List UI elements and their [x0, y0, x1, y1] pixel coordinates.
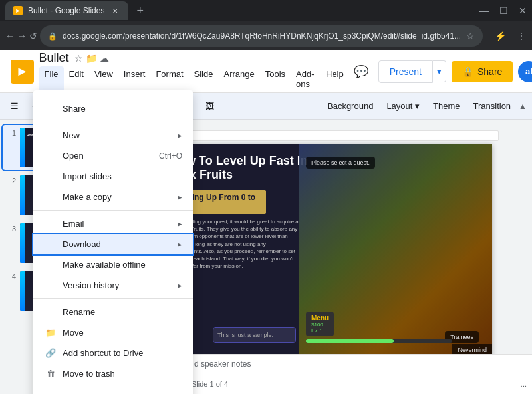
download-arrow: ▸	[178, 239, 182, 249]
forward-button[interactable]: →	[17, 27, 27, 45]
menu-new[interactable]: New ▸	[33, 125, 193, 146]
window-controls: — ☐ ✕	[479, 5, 527, 16]
menu-import[interactable]: Import slides	[33, 166, 193, 187]
menu-email[interactable]: Email ▸	[33, 213, 193, 234]
menu-copy[interactable]: Make a copy ▸	[33, 187, 193, 207]
address-actions: ⚡ ⋮ al	[491, 27, 532, 45]
bottom-status-bar: Slide 1 of 4 ...	[186, 373, 532, 394]
cloud-icon[interactable]: ☁	[100, 53, 109, 64]
menu-history[interactable]: Version history ▸	[33, 275, 193, 296]
menu-offline[interactable]: Make available offline	[33, 254, 193, 275]
slide-num-4: 4	[5, 272, 16, 280]
tab-close-button[interactable]: ✕	[110, 5, 120, 16]
title-bar: ► Bullet - Google Slides ✕ + — ☐ ✕	[0, 0, 532, 21]
open-shortcut: Ctrl+O	[159, 151, 182, 161]
settings-icon[interactable]: ⋮	[512, 27, 531, 45]
new-tab-button[interactable]: +	[136, 4, 144, 18]
progress-bar	[306, 339, 394, 343]
lock-share-icon: 🔒	[462, 66, 473, 77]
slide-num-1: 1	[5, 129, 16, 137]
slide-image: Trainees Nevermind Please select a quest…	[299, 144, 492, 356]
menu-insert[interactable]: Insert	[118, 66, 151, 92]
extensions-icon[interactable]: ⚡	[491, 27, 509, 45]
shortcut-label: Add shortcut to Drive	[63, 348, 182, 358]
browser-tab[interactable]: ► Bullet - Google Slides ✕	[5, 1, 128, 20]
url-text: docs.google.com/presentation/d/1fW6QcZau…	[63, 31, 461, 41]
progress-bar-bg	[306, 339, 452, 343]
layout-button[interactable]: Layout ▾	[381, 97, 425, 116]
new-label: New	[63, 130, 172, 140]
copy-arrow: ▸	[178, 192, 182, 202]
comments-button[interactable]: 💬	[349, 60, 373, 84]
toolbar-image[interactable]: 🖼	[200, 97, 219, 116]
menu-section-publish: Publish to the web	[33, 387, 193, 394]
menu-shortcut[interactable]: 🔗 Add shortcut to Drive	[33, 343, 193, 363]
move-icon: 📁	[44, 328, 57, 338]
maximize-icon[interactable]: ☐	[499, 5, 508, 16]
menu-publish[interactable]: Publish to the web	[33, 390, 193, 394]
present-dropdown[interactable]: ▾	[433, 60, 446, 82]
user-avatar[interactable]: al	[518, 61, 532, 82]
offline-label: Make available offline	[63, 260, 182, 270]
trash-icon: 🗑	[44, 369, 57, 379]
minimize-icon[interactable]: —	[479, 5, 489, 16]
menu-addons[interactable]: Add-ons	[291, 66, 321, 92]
menu-download[interactable]: Download ▸	[33, 234, 193, 254]
folder-icon[interactable]: 📁	[86, 53, 97, 64]
email-label: Email	[63, 219, 172, 229]
notes-bar[interactable]: d speaker notes	[186, 354, 532, 373]
menu-format[interactable]: Format	[150, 66, 188, 92]
menu-edit[interactable]: Edit	[64, 66, 89, 92]
menu-rename[interactable]: Rename	[33, 302, 193, 322]
star-icon[interactable]: ☆	[466, 31, 475, 41]
menu-move[interactable]: 📁 Move	[33, 322, 193, 343]
star-title-icon[interactable]: ☆	[74, 53, 83, 64]
present-group: Present ▾	[378, 60, 446, 83]
header-right: 💬 Present ▾ 🔒 Share al	[349, 60, 532, 84]
trash-label: Move to trash	[63, 369, 182, 379]
menu-open[interactable]: Open Ctrl+O	[33, 146, 193, 166]
share-button[interactable]: 🔒 Share	[452, 61, 513, 82]
copy-label: Make a copy	[63, 192, 172, 202]
slide-num-2: 2	[5, 177, 16, 185]
title-icons: ☆ 📁 ☁	[74, 53, 109, 64]
close-icon[interactable]: ✕	[519, 5, 527, 16]
menu-slide[interactable]: Slide	[189, 66, 219, 92]
menu-section-share: Share	[33, 96, 193, 122]
history-arrow: ▸	[178, 280, 182, 290]
toolbar-menu-btn[interactable]: ☰	[5, 97, 24, 116]
toolbar-collapse[interactable]: ▲	[519, 102, 527, 111]
refresh-button[interactable]: ↺	[29, 27, 37, 45]
present-button[interactable]: Present	[378, 60, 433, 83]
menu-tools[interactable]: Tools	[260, 66, 291, 92]
slide-num-3: 3	[5, 225, 16, 233]
file-menu: Share New ▸ Open Ctrl+O Import slides Ma…	[33, 90, 193, 394]
background-button[interactable]: Background	[322, 97, 378, 116]
lock-icon: 🔒	[48, 32, 57, 41]
menu-view[interactable]: View	[89, 66, 118, 92]
rename-label: Rename	[63, 307, 182, 317]
share-menu-label: Share	[63, 104, 182, 114]
theme-button[interactable]: Theme	[428, 97, 465, 116]
address-bar: ← → ↺ 🔒 docs.google.com/presentation/d/1…	[0, 21, 532, 50]
tab-title: Bullet - Google Slides	[28, 6, 104, 15]
sample-box: This is just a sample.	[213, 327, 296, 343]
transition-button[interactable]: Transition	[468, 97, 517, 116]
shortcut-icon: 🔗	[44, 348, 57, 358]
menu-file[interactable]: File	[39, 66, 64, 92]
menu-trash[interactable]: 🗑 Move to trash	[33, 363, 193, 384]
new-arrow: ▸	[178, 130, 182, 140]
history-label: Version history	[63, 280, 172, 290]
app-title-area: Bullet ☆ 📁 ☁ File Edit View Insert Forma…	[39, 51, 349, 92]
menu-arrange[interactable]: Arrange	[218, 66, 259, 92]
menu-share[interactable]: Share	[33, 98, 193, 119]
url-bar[interactable]: 🔒 docs.google.com/presentation/d/1fW6QcZ…	[40, 25, 483, 47]
open-label: Open	[63, 151, 154, 161]
move-label: Move	[63, 328, 182, 338]
menu-help[interactable]: Help	[321, 66, 349, 92]
zoom-level: ...	[521, 380, 527, 388]
menu-panel: Menu $100 Lv. 1	[306, 312, 334, 336]
back-button[interactable]: ←	[5, 27, 15, 45]
app-logo: ► Bullet ☆ 📁 ☁ File Edit View Insert For…	[11, 51, 349, 92]
app-menu: File Edit View Insert Format Slide Arran…	[39, 66, 349, 92]
